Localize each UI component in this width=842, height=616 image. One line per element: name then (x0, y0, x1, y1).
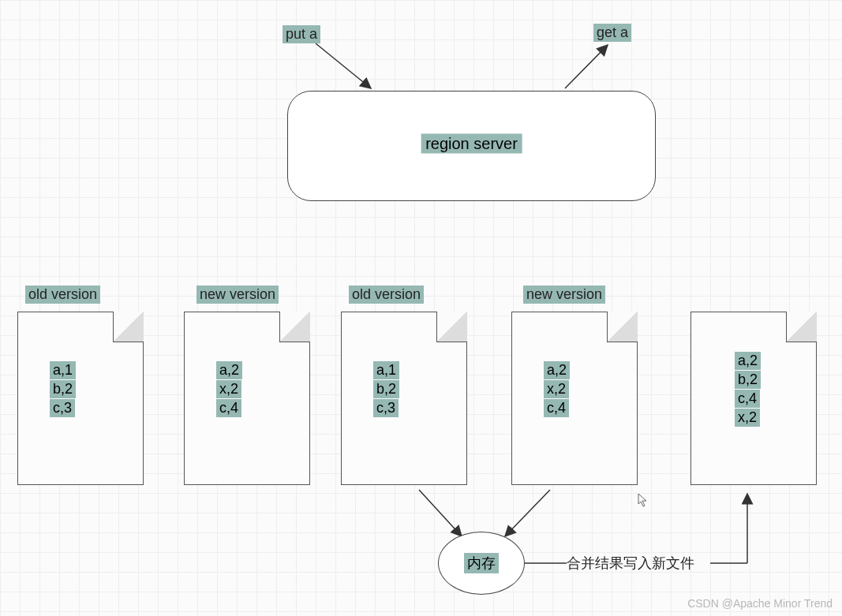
cursor-icon (638, 493, 649, 510)
region-server-box: region server (287, 91, 656, 201)
doc2-data: a,2 x,2 c,4 (216, 361, 242, 418)
doc1-version-label: old version (25, 286, 100, 304)
merge-result-text: 合并结果写入新文件 (567, 554, 694, 573)
watermark-text: CSDN @Apache Minor Trend (687, 597, 833, 610)
memory-node: 内存 (438, 532, 525, 595)
doc3-version-label: old version (349, 286, 424, 304)
doc-new-1: a,2 x,2 c,4 (184, 312, 310, 485)
svg-line-1 (565, 45, 608, 88)
svg-line-0 (316, 43, 371, 88)
svg-line-3 (505, 490, 550, 536)
get-a-label: get a (593, 24, 631, 42)
memory-label: 内存 (464, 553, 499, 573)
doc5-data: a,2 b,2 c,4 x,2 (735, 352, 761, 427)
svg-line-2 (419, 490, 462, 536)
doc-new-2: a,2 x,2 c,4 (511, 312, 638, 485)
region-server-label: region server (421, 134, 522, 154)
doc2-version-label: new version (196, 286, 279, 304)
put-a-label: put a (283, 25, 320, 43)
doc-old-2: a,1 b,2 c,3 (341, 312, 467, 485)
doc1-data: a,1 b,2 c,3 (50, 361, 76, 418)
doc3-data: a,1 b,2 c,3 (373, 361, 399, 418)
doc-old-1: a,1 b,2 c,3 (17, 312, 144, 485)
doc-merged: a,2 b,2 c,4 x,2 (690, 312, 817, 485)
doc4-data: a,2 x,2 c,4 (544, 361, 570, 418)
doc4-version-label: new version (523, 286, 605, 304)
